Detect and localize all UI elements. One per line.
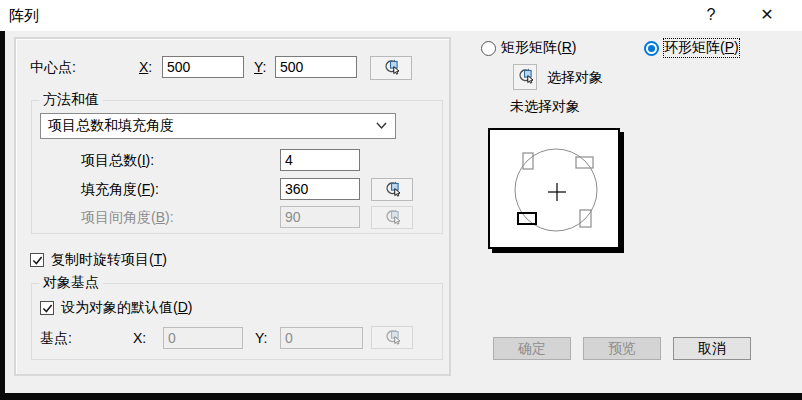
rectangular-array-label: 矩形矩阵(R) xyxy=(501,39,576,57)
dialog-title: 阵列 xyxy=(9,0,39,31)
center-x-label: X: xyxy=(139,59,152,75)
base-y-label: Y: xyxy=(255,330,267,346)
items-total-input[interactable] xyxy=(280,149,360,171)
angle-between-input xyxy=(280,206,360,228)
pick-angle-to-fill-button[interactable] xyxy=(371,178,413,201)
array-preview-graphic xyxy=(488,128,620,249)
base-x-label: X: xyxy=(133,330,146,346)
close-button[interactable]: ✕ xyxy=(750,0,784,30)
center-y-label: Y: xyxy=(254,59,266,75)
dialog-body: 中心点: X: Y: 方法和值 项目总数和填充角度 xyxy=(5,31,802,393)
rotate-items-checkbox[interactable]: 复制时旋转项目(T) xyxy=(30,251,167,269)
cancel-button[interactable]: 取消 xyxy=(673,337,751,360)
checkbox-checked-icon xyxy=(30,253,44,267)
angle-to-fill-input[interactable] xyxy=(280,178,360,200)
pick-point-icon xyxy=(383,58,400,78)
default-base-label: 设为对象的默认值(D) xyxy=(61,299,192,317)
center-y-input[interactable] xyxy=(275,56,357,78)
pick-point-icon xyxy=(384,208,401,228)
selection-status-text: 未选择对象 xyxy=(510,98,580,116)
method-group: 方法和值 项目总数和填充角度 项目总数(I): 填充角度(F): xyxy=(31,100,443,234)
angle-to-fill-label: 填充角度(F): xyxy=(81,181,159,199)
select-objects-label: 选择对象 xyxy=(547,69,603,87)
ok-button: 确定 xyxy=(493,337,571,360)
rotate-items-label: 复制时旋转项目(T) xyxy=(51,251,167,269)
object-base-group: 对象基点 设为对象的默认值(D) 基点: X: Y: xyxy=(31,283,443,360)
pick-point-icon xyxy=(384,328,401,348)
items-total-label: 项目总数(I): xyxy=(81,152,154,170)
angle-between-label: 项目间角度(B): xyxy=(81,209,174,227)
pick-objects-icon xyxy=(517,67,534,87)
pick-point-icon xyxy=(384,180,401,200)
polar-array-label: 环形矩阵(P) xyxy=(664,39,739,57)
pick-base-point-button xyxy=(371,326,413,349)
polar-array-preview-drawing xyxy=(490,130,618,247)
object-base-group-title: 对象基点 xyxy=(39,274,103,292)
chevron-down-icon xyxy=(376,122,387,130)
select-objects-button[interactable] xyxy=(513,64,537,90)
method-dropdown-value: 项目总数和填充角度 xyxy=(48,117,174,135)
radio-polar-array[interactable]: 环形矩阵(P) xyxy=(644,39,739,57)
center-point-label: 中心点: xyxy=(30,59,76,77)
title-bar: 阵列 ? ✕ xyxy=(0,0,802,31)
pick-angle-between-button xyxy=(371,206,413,229)
checkbox-checked-icon xyxy=(40,301,54,315)
method-group-title: 方法和值 xyxy=(39,91,103,109)
radio-rectangular-array[interactable]: 矩形矩阵(R) xyxy=(481,39,576,57)
base-y-input xyxy=(280,327,363,349)
parameters-panel: 中心点: X: Y: 方法和值 项目总数和填充角度 xyxy=(14,37,451,376)
method-dropdown[interactable]: 项目总数和填充角度 xyxy=(40,113,396,139)
help-button[interactable]: ? xyxy=(694,0,728,30)
radio-unchecked-icon xyxy=(481,41,496,56)
preview-button: 预览 xyxy=(583,337,661,360)
base-point-label: 基点: xyxy=(40,330,72,348)
center-x-input[interactable] xyxy=(162,56,244,78)
screen: { "window": { "title": "阵列", "help_glyph… xyxy=(0,0,802,400)
base-x-input xyxy=(163,327,243,349)
default-base-checkbox[interactable]: 设为对象的默认值(D) xyxy=(40,299,192,317)
radio-checked-icon xyxy=(644,41,659,56)
pick-center-point-button[interactable] xyxy=(370,56,412,80)
